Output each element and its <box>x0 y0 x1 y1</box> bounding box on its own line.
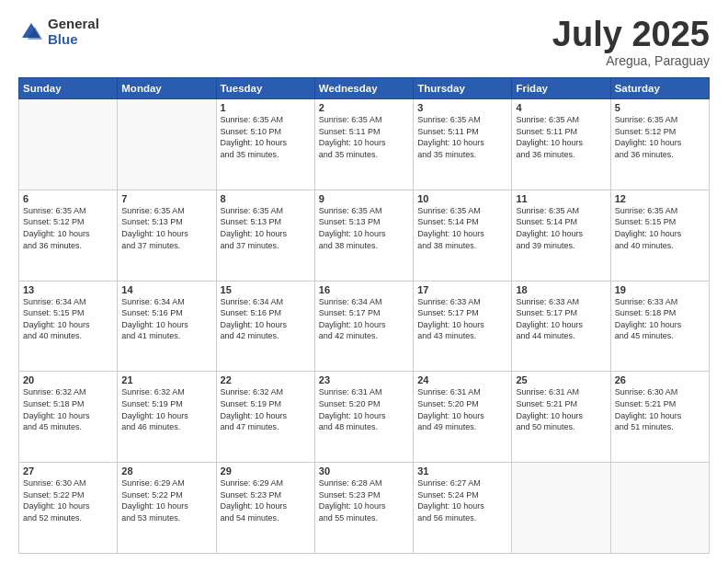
day-info: Sunrise: 6:35 AMSunset: 5:13 PMDaylight:… <box>319 205 409 251</box>
day-number: 31 <box>417 465 507 477</box>
table-cell: 22Sunrise: 6:32 AMSunset: 5:19 PMDayligh… <box>216 372 314 463</box>
day-info: Sunrise: 6:35 AMSunset: 5:13 PMDaylight:… <box>221 205 311 251</box>
day-number: 3 <box>417 102 507 113</box>
week-row-3: 13Sunrise: 6:34 AMSunset: 5:15 PMDayligh… <box>19 281 710 372</box>
week-row-1: 1Sunrise: 6:35 AMSunset: 5:10 PMDaylight… <box>19 99 710 190</box>
day-info: Sunrise: 6:33 AMSunset: 5:18 PMDaylight:… <box>615 296 705 342</box>
table-cell: 14Sunrise: 6:34 AMSunset: 5:16 PMDayligh… <box>118 281 216 372</box>
day-number: 20 <box>23 374 113 385</box>
day-number: 19 <box>615 284 705 295</box>
day-info: Sunrise: 6:35 AMSunset: 5:13 PMDaylight:… <box>121 205 211 251</box>
day-info: Sunrise: 6:27 AMSunset: 5:24 PMDaylight:… <box>417 477 507 523</box>
col-wednesday: Wednesday <box>314 78 413 99</box>
logo: General Blue <box>18 17 99 47</box>
day-number: 6 <box>23 193 113 204</box>
table-cell: 3Sunrise: 6:35 AMSunset: 5:11 PMDaylight… <box>414 99 512 190</box>
table-cell: 26Sunrise: 6:30 AMSunset: 5:21 PMDayligh… <box>610 372 709 463</box>
day-number: 11 <box>516 193 606 204</box>
day-info: Sunrise: 6:32 AMSunset: 5:19 PMDaylight:… <box>121 386 211 432</box>
table-cell: 8Sunrise: 6:35 AMSunset: 5:13 PMDaylight… <box>216 190 314 281</box>
day-info: Sunrise: 6:35 AMSunset: 5:11 PMDaylight:… <box>417 114 507 160</box>
calendar-header-row: Sunday Monday Tuesday Wednesday Thursday… <box>19 78 710 99</box>
col-thursday: Thursday <box>414 78 512 99</box>
day-number: 5 <box>615 102 705 113</box>
day-info: Sunrise: 6:35 AMSunset: 5:11 PMDaylight:… <box>516 114 606 160</box>
col-monday: Monday <box>118 78 216 99</box>
day-info: Sunrise: 6:34 AMSunset: 5:16 PMDaylight:… <box>121 296 211 342</box>
table-cell: 20Sunrise: 6:32 AMSunset: 5:18 PMDayligh… <box>19 372 118 463</box>
table-cell: 21Sunrise: 6:32 AMSunset: 5:19 PMDayligh… <box>118 372 216 463</box>
day-number: 27 <box>23 465 113 477</box>
day-info: Sunrise: 6:35 AMSunset: 5:15 PMDaylight:… <box>615 205 705 251</box>
day-number: 13 <box>23 284 113 295</box>
table-cell: 17Sunrise: 6:33 AMSunset: 5:17 PMDayligh… <box>414 281 512 372</box>
table-cell: 30Sunrise: 6:28 AMSunset: 5:23 PMDayligh… <box>314 463 413 554</box>
header: General Blue July 2025 Aregua, Paraguay <box>18 17 710 68</box>
table-cell: 28Sunrise: 6:29 AMSunset: 5:22 PMDayligh… <box>118 463 216 554</box>
day-info: Sunrise: 6:29 AMSunset: 5:23 PMDaylight:… <box>221 477 311 523</box>
day-info: Sunrise: 6:35 AMSunset: 5:12 PMDaylight:… <box>23 205 113 251</box>
day-number: 21 <box>121 374 211 385</box>
table-cell: 10Sunrise: 6:35 AMSunset: 5:14 PMDayligh… <box>414 190 512 281</box>
day-number: 9 <box>319 193 409 204</box>
table-cell: 1Sunrise: 6:35 AMSunset: 5:10 PMDaylight… <box>216 99 314 190</box>
day-number: 22 <box>221 374 311 385</box>
table-cell: 9Sunrise: 6:35 AMSunset: 5:13 PMDaylight… <box>314 190 413 281</box>
day-number: 2 <box>319 102 409 113</box>
table-cell: 6Sunrise: 6:35 AMSunset: 5:12 PMDaylight… <box>19 190 118 281</box>
day-number: 25 <box>516 374 606 385</box>
col-sunday: Sunday <box>19 78 118 99</box>
day-info: Sunrise: 6:35 AMSunset: 5:10 PMDaylight:… <box>221 114 311 160</box>
logo-general-text: General <box>48 17 99 32</box>
day-info: Sunrise: 6:31 AMSunset: 5:20 PMDaylight:… <box>319 386 409 432</box>
day-number: 1 <box>221 102 311 113</box>
day-info: Sunrise: 6:35 AMSunset: 5:12 PMDaylight:… <box>615 114 705 160</box>
day-info: Sunrise: 6:32 AMSunset: 5:19 PMDaylight:… <box>221 386 311 432</box>
table-cell: 29Sunrise: 6:29 AMSunset: 5:23 PMDayligh… <box>216 463 314 554</box>
day-info: Sunrise: 6:35 AMSunset: 5:14 PMDaylight:… <box>417 205 507 251</box>
day-number: 15 <box>221 284 311 295</box>
day-info: Sunrise: 6:31 AMSunset: 5:20 PMDaylight:… <box>417 386 507 432</box>
table-cell: 19Sunrise: 6:33 AMSunset: 5:18 PMDayligh… <box>610 281 709 372</box>
table-cell: 5Sunrise: 6:35 AMSunset: 5:12 PMDaylight… <box>610 99 709 190</box>
col-friday: Friday <box>512 78 610 99</box>
table-cell: 2Sunrise: 6:35 AMSunset: 5:11 PMDaylight… <box>314 99 413 190</box>
table-cell: 7Sunrise: 6:35 AMSunset: 5:13 PMDaylight… <box>118 190 216 281</box>
day-info: Sunrise: 6:32 AMSunset: 5:18 PMDaylight:… <box>23 386 113 432</box>
table-cell: 4Sunrise: 6:35 AMSunset: 5:11 PMDaylight… <box>512 99 610 190</box>
col-tuesday: Tuesday <box>216 78 314 99</box>
table-cell <box>610 463 709 554</box>
day-info: Sunrise: 6:33 AMSunset: 5:17 PMDaylight:… <box>516 296 606 342</box>
table-cell: 13Sunrise: 6:34 AMSunset: 5:15 PMDayligh… <box>19 281 118 372</box>
table-cell: 15Sunrise: 6:34 AMSunset: 5:16 PMDayligh… <box>216 281 314 372</box>
day-number: 29 <box>221 465 311 477</box>
table-cell: 23Sunrise: 6:31 AMSunset: 5:20 PMDayligh… <box>314 372 413 463</box>
day-number: 18 <box>516 284 606 295</box>
day-info: Sunrise: 6:33 AMSunset: 5:17 PMDaylight:… <box>417 296 507 342</box>
table-cell: 12Sunrise: 6:35 AMSunset: 5:15 PMDayligh… <box>610 190 709 281</box>
day-number: 4 <box>516 102 606 113</box>
day-info: Sunrise: 6:35 AMSunset: 5:14 PMDaylight:… <box>516 205 606 251</box>
table-cell: 18Sunrise: 6:33 AMSunset: 5:17 PMDayligh… <box>512 281 610 372</box>
day-number: 30 <box>319 465 409 477</box>
table-cell: 31Sunrise: 6:27 AMSunset: 5:24 PMDayligh… <box>414 463 512 554</box>
table-cell <box>512 463 610 554</box>
calendar-table: Sunday Monday Tuesday Wednesday Thursday… <box>18 77 710 554</box>
table-cell: 27Sunrise: 6:30 AMSunset: 5:22 PMDayligh… <box>19 463 118 554</box>
day-number: 23 <box>319 374 409 385</box>
day-info: Sunrise: 6:30 AMSunset: 5:21 PMDaylight:… <box>615 386 705 432</box>
day-number: 10 <box>417 193 507 204</box>
logo-icon <box>18 19 44 45</box>
day-info: Sunrise: 6:35 AMSunset: 5:11 PMDaylight:… <box>319 114 409 160</box>
day-info: Sunrise: 6:30 AMSunset: 5:22 PMDaylight:… <box>23 477 113 523</box>
day-number: 8 <box>221 193 311 204</box>
day-info: Sunrise: 6:31 AMSunset: 5:21 PMDaylight:… <box>516 386 606 432</box>
day-number: 24 <box>417 374 507 385</box>
table-cell: 24Sunrise: 6:31 AMSunset: 5:20 PMDayligh… <box>414 372 512 463</box>
week-row-5: 27Sunrise: 6:30 AMSunset: 5:22 PMDayligh… <box>19 463 710 554</box>
day-number: 7 <box>121 193 211 204</box>
day-info: Sunrise: 6:34 AMSunset: 5:17 PMDaylight:… <box>319 296 409 342</box>
week-row-4: 20Sunrise: 6:32 AMSunset: 5:18 PMDayligh… <box>19 372 710 463</box>
logo-text: General Blue <box>48 17 99 47</box>
title-block: July 2025 Aregua, Paraguay <box>552 17 710 68</box>
